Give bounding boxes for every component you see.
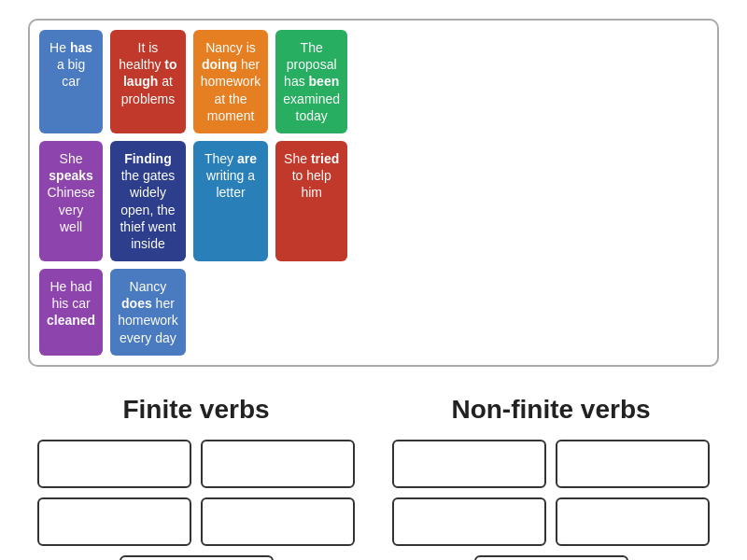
finite-drop-grid bbox=[37, 440, 355, 546]
word-card-4[interactable]: The proposal has been examined today bbox=[275, 30, 347, 133]
word-card-3[interactable]: Nancy is doing her homework at the momen… bbox=[193, 30, 269, 133]
nonfinite-verbs-title: Non-finite verbs bbox=[392, 395, 710, 425]
categories-area: Finite verbs Non-finite verbs bbox=[28, 395, 719, 560]
nonfinite-drop-4[interactable] bbox=[556, 497, 710, 546]
word-card-8[interactable]: She tried to help him bbox=[275, 141, 347, 261]
nonfinite-drop-grid bbox=[392, 440, 710, 546]
nonfinite-drop-1[interactable] bbox=[392, 440, 546, 488]
nonfinite-drop-5[interactable] bbox=[474, 555, 628, 560]
finite-verbs-title: Finite verbs bbox=[37, 395, 355, 425]
main-container: He has a big carIt is healthy to laugh a… bbox=[0, 0, 747, 560]
finite-drop-4[interactable] bbox=[201, 497, 355, 546]
word-card-7[interactable]: They are writing a letter bbox=[193, 141, 269, 261]
finite-verbs-category: Finite verbs bbox=[37, 395, 355, 560]
word-bank: He has a big carIt is healthy to laugh a… bbox=[28, 19, 719, 367]
nonfinite-verbs-category: Non-finite verbs bbox=[392, 395, 710, 560]
word-card-9[interactable]: He had his car cleaned bbox=[39, 269, 103, 356]
word-card-1[interactable]: He has a big car bbox=[39, 30, 103, 133]
finite-drop-5[interactable] bbox=[120, 555, 274, 560]
word-bank-grid: He has a big carIt is healthy to laugh a… bbox=[39, 30, 347, 356]
finite-drop-row-single bbox=[37, 555, 355, 560]
empty-slot-1 bbox=[193, 269, 269, 356]
finite-drop-1[interactable] bbox=[37, 440, 191, 488]
word-card-10[interactable]: Nancy does her homework every day bbox=[110, 269, 186, 356]
finite-drop-3[interactable] bbox=[37, 497, 191, 546]
nonfinite-drop-2[interactable] bbox=[556, 440, 710, 488]
word-card-5[interactable]: She speaks Chinese very well bbox=[39, 141, 103, 261]
word-card-6[interactable]: Finding the gates widely open, the thief… bbox=[110, 141, 186, 261]
nonfinite-drop-row-single bbox=[392, 555, 710, 560]
nonfinite-drop-3[interactable] bbox=[392, 497, 546, 546]
empty-slot-2 bbox=[275, 269, 347, 356]
word-card-2[interactable]: It is healthy to laugh at problems bbox=[110, 30, 186, 133]
finite-drop-2[interactable] bbox=[201, 440, 355, 488]
